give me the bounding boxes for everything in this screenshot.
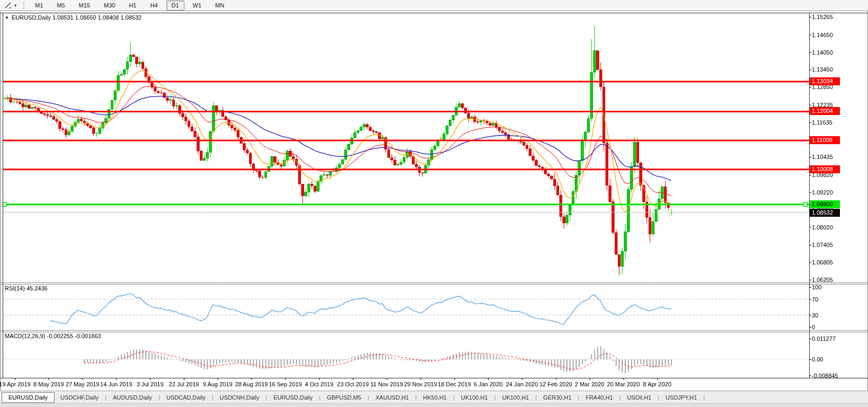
chart-tab-3[interactable]: USDCAD,Daily: [161, 393, 211, 402]
chart-tab-1[interactable]: USDCHF,Daily: [55, 393, 104, 402]
chart-tab-5[interactable]: EURUSD,Daily: [268, 393, 318, 402]
chart-tab-7[interactable]: XAUUSD,H1: [370, 393, 415, 402]
timeframe-button-h4[interactable]: H4: [145, 1, 163, 11]
chart-tab-13[interactable]: USOil,H1: [621, 393, 657, 402]
chart-tab-0[interactable]: EURUSD,Daily: [2, 392, 55, 403]
line-studies-button[interactable]: ▾: [2, 2, 20, 10]
timeframe-button-m1[interactable]: M1: [30, 1, 48, 11]
chevron-down-icon: ▾: [13, 3, 18, 8]
rsi-indicator-label: RSI(14) 45.2436: [5, 285, 48, 291]
chart-tab-8[interactable]: HK50,H1: [417, 393, 453, 402]
chart-tab-10[interactable]: UK100,H1: [496, 393, 535, 402]
chart-tab-11[interactable]: GER30,H1: [537, 393, 577, 402]
timeframe-button-mn[interactable]: MN: [210, 1, 229, 11]
timeframe-button-w1[interactable]: W1: [188, 1, 207, 11]
chart-canvas[interactable]: [1, 11, 868, 391]
timeframe-button-m30[interactable]: M30: [99, 1, 120, 11]
toolbar-drag-handle[interactable]: [23, 2, 25, 9]
timeframe-button-h1[interactable]: H1: [123, 1, 141, 11]
chart-tab-bar: EURUSD,DailyUSDCHF,Daily|AUDUSD,Daily|US…: [0, 391, 868, 403]
timeframe-button-d1[interactable]: D1: [166, 1, 184, 11]
chart-tab-6[interactable]: GBPUSD,M5: [321, 393, 367, 402]
chart-window: ▼EURUSD,Daily 1.08531 1.08650 1.08408 1.…: [0, 11, 868, 391]
chart-title: ▼EURUSD,Daily 1.08531 1.08650 1.08408 1.…: [5, 14, 141, 21]
timeframe-button-m15[interactable]: M15: [74, 1, 95, 11]
status-strip: [0, 403, 868, 407]
chart-tab-14[interactable]: USDJPY,H1: [660, 393, 703, 402]
chart-title-text: EURUSD,Daily 1.08531 1.08650 1.08408 1.0…: [12, 14, 141, 21]
macd-indicator-label: MACD(12,26,9) -0.002255 -0.001863: [5, 333, 101, 339]
line-studies-icon: [4, 2, 12, 10]
timeframe-button-m5[interactable]: M5: [51, 1, 70, 11]
top-toolbar: ▾ M1M5M15M30H1H4D1W1MN: [0, 0, 868, 11]
timeframe-button-group: M1M5M15M30H1H4D1W1MN: [30, 1, 229, 11]
chart-tab-12[interactable]: FRA40,H1: [580, 393, 618, 402]
chart-tab-2[interactable]: AUDUSD,Daily: [107, 393, 158, 402]
chart-tab-9[interactable]: UK100,H1: [455, 393, 494, 402]
chart-tab-4[interactable]: USDCNH,Daily: [214, 393, 265, 402]
tab-separator: |: [703, 394, 705, 401]
symbol-dropdown-icon[interactable]: ▼: [5, 15, 12, 20]
